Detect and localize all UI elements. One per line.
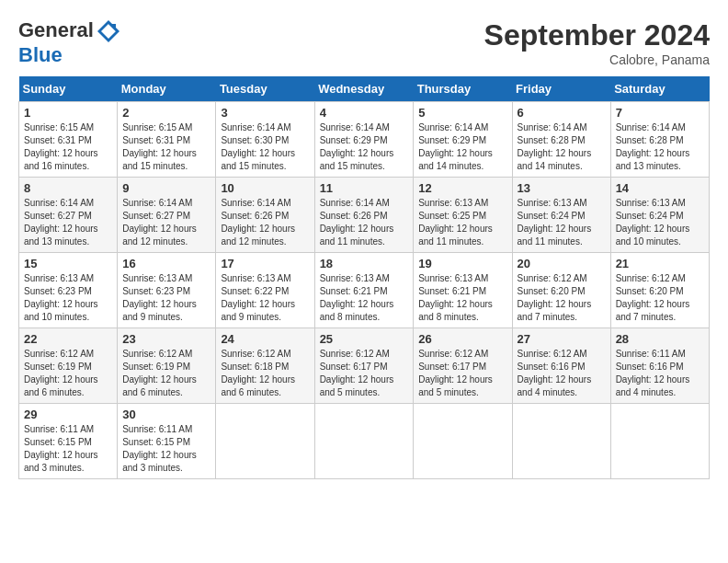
logo-blue: Blue <box>18 44 123 66</box>
calendar-cell: 2 Sunrise: 6:15 AM Sunset: 6:31 PM Dayli… <box>118 102 216 178</box>
day-header-friday: Friday <box>512 76 610 102</box>
day-info: Sunrise: 6:13 AM Sunset: 6:22 PM Dayligh… <box>221 272 309 324</box>
day-info: Sunrise: 6:12 AM Sunset: 6:17 PM Dayligh… <box>418 348 506 399</box>
day-number: 23 <box>122 332 210 346</box>
day-info: Sunrise: 6:14 AM Sunset: 6:26 PM Dayligh… <box>320 197 409 248</box>
day-info: Sunrise: 6:13 AM Sunset: 6:21 PM Dayligh… <box>418 272 506 324</box>
calendar-cell: 6 Sunrise: 6:14 AM Sunset: 6:28 PM Dayli… <box>512 102 610 178</box>
day-info: Sunrise: 6:13 AM Sunset: 6:21 PM Dayligh… <box>320 272 409 324</box>
logo: General Blue <box>18 18 123 66</box>
day-info: Sunrise: 6:12 AM Sunset: 6:20 PM Dayligh… <box>616 272 704 324</box>
day-info: Sunrise: 6:15 AM Sunset: 6:31 PM Dayligh… <box>122 121 210 173</box>
calendar-cell: 29 Sunrise: 6:11 AM Sunset: 6:15 PM Dayl… <box>19 404 118 479</box>
day-number: 16 <box>122 257 210 270</box>
day-number: 21 <box>616 257 704 270</box>
day-number: 12 <box>418 181 506 195</box>
calendar-cell: 17 Sunrise: 6:13 AM Sunset: 6:22 PM Dayl… <box>216 253 314 328</box>
calendar-cell <box>314 404 414 479</box>
day-info: Sunrise: 6:14 AM Sunset: 6:29 PM Dayligh… <box>418 121 506 173</box>
calendar-cell: 14 Sunrise: 6:13 AM Sunset: 6:24 PM Dayl… <box>610 178 709 253</box>
day-number: 20 <box>518 257 606 270</box>
calendar-week-3: 15 Sunrise: 6:13 AM Sunset: 6:23 PM Dayl… <box>19 253 710 328</box>
calendar-cell: 26 Sunrise: 6:12 AM Sunset: 6:17 PM Dayl… <box>414 328 512 404</box>
day-number: 6 <box>518 106 606 120</box>
day-header-tuesday: Tuesday <box>216 76 314 102</box>
calendar-table: SundayMondayTuesdayWednesdayThursdayFrid… <box>18 76 710 479</box>
day-info: Sunrise: 6:12 AM Sunset: 6:18 PM Dayligh… <box>221 348 309 399</box>
calendar-week-1: 1 Sunrise: 6:15 AM Sunset: 6:31 PM Dayli… <box>19 102 710 178</box>
day-info: Sunrise: 6:14 AM Sunset: 6:26 PM Dayligh… <box>221 197 309 248</box>
day-info: Sunrise: 6:11 AM Sunset: 6:15 PM Dayligh… <box>24 423 112 475</box>
location-subtitle: Calobre, Panama <box>484 52 710 67</box>
calendar-cell: 27 Sunrise: 6:12 AM Sunset: 6:16 PM Dayl… <box>512 328 610 404</box>
day-info: Sunrise: 6:13 AM Sunset: 6:23 PM Dayligh… <box>24 272 112 324</box>
day-number: 15 <box>24 257 112 270</box>
calendar-cell <box>512 404 610 479</box>
day-info: Sunrise: 6:12 AM Sunset: 6:16 PM Dayligh… <box>518 348 606 399</box>
calendar-cell: 5 Sunrise: 6:14 AM Sunset: 6:29 PM Dayli… <box>414 102 512 178</box>
day-info: Sunrise: 6:12 AM Sunset: 6:19 PM Dayligh… <box>24 348 112 399</box>
calendar-week-4: 22 Sunrise: 6:12 AM Sunset: 6:19 PM Dayl… <box>19 328 710 404</box>
day-number: 25 <box>320 332 409 346</box>
calendar-cell: 9 Sunrise: 6:14 AM Sunset: 6:27 PM Dayli… <box>118 178 216 253</box>
calendar-cell: 4 Sunrise: 6:14 AM Sunset: 6:29 PM Dayli… <box>314 102 414 178</box>
calendar-cell: 12 Sunrise: 6:13 AM Sunset: 6:25 PM Dayl… <box>414 178 512 253</box>
day-info: Sunrise: 6:14 AM Sunset: 6:29 PM Dayligh… <box>320 121 409 173</box>
logo-general: General <box>18 18 94 41</box>
day-info: Sunrise: 6:14 AM Sunset: 6:27 PM Dayligh… <box>122 197 210 248</box>
day-info: Sunrise: 6:12 AM Sunset: 6:17 PM Dayligh… <box>320 348 409 399</box>
calendar-cell: 30 Sunrise: 6:11 AM Sunset: 6:15 PM Dayl… <box>118 404 216 479</box>
day-number: 18 <box>320 257 409 270</box>
calendar-cell <box>216 404 314 479</box>
calendar-cell: 20 Sunrise: 6:12 AM Sunset: 6:20 PM Dayl… <box>512 253 610 328</box>
calendar-week-2: 8 Sunrise: 6:14 AM Sunset: 6:27 PM Dayli… <box>19 178 710 253</box>
day-number: 5 <box>418 106 506 120</box>
day-info: Sunrise: 6:14 AM Sunset: 6:30 PM Dayligh… <box>221 121 309 173</box>
day-number: 9 <box>122 181 210 195</box>
day-number: 19 <box>418 257 506 270</box>
day-number: 8 <box>24 181 112 195</box>
calendar-cell: 16 Sunrise: 6:13 AM Sunset: 6:23 PM Dayl… <box>118 253 216 328</box>
calendar-cell: 23 Sunrise: 6:12 AM Sunset: 6:19 PM Dayl… <box>118 328 216 404</box>
month-title: September 2024 <box>484 18 710 52</box>
day-number: 10 <box>221 181 309 195</box>
calendar-cell: 13 Sunrise: 6:13 AM Sunset: 6:24 PM Dayl… <box>512 178 610 253</box>
day-number: 28 <box>616 332 704 346</box>
day-number: 22 <box>24 332 112 346</box>
day-info: Sunrise: 6:12 AM Sunset: 6:20 PM Dayligh… <box>518 272 606 324</box>
day-info: Sunrise: 6:15 AM Sunset: 6:31 PM Dayligh… <box>24 121 112 173</box>
calendar-cell: 15 Sunrise: 6:13 AM Sunset: 6:23 PM Dayl… <box>19 253 118 328</box>
calendar-cell: 24 Sunrise: 6:12 AM Sunset: 6:18 PM Dayl… <box>216 328 314 404</box>
day-header-monday: Monday <box>118 76 216 102</box>
day-number: 27 <box>518 332 606 346</box>
page-header: General Blue September 2024 Calobre, Pan… <box>18 18 710 67</box>
calendar-cell: 25 Sunrise: 6:12 AM Sunset: 6:17 PM Dayl… <box>314 328 414 404</box>
calendar-cell: 1 Sunrise: 6:15 AM Sunset: 6:31 PM Dayli… <box>19 102 118 178</box>
day-number: 17 <box>221 257 309 270</box>
day-header-thursday: Thursday <box>414 76 512 102</box>
day-number: 26 <box>418 332 506 346</box>
calendar-cell: 19 Sunrise: 6:13 AM Sunset: 6:21 PM Dayl… <box>414 253 512 328</box>
day-header-wednesday: Wednesday <box>314 76 414 102</box>
calendar-cell: 28 Sunrise: 6:11 AM Sunset: 6:16 PM Dayl… <box>610 328 709 404</box>
day-number: 1 <box>24 106 112 120</box>
day-info: Sunrise: 6:13 AM Sunset: 6:23 PM Dayligh… <box>122 272 210 324</box>
day-number: 30 <box>122 408 210 421</box>
calendar-cell <box>414 404 512 479</box>
calendar-cell: 10 Sunrise: 6:14 AM Sunset: 6:26 PM Dayl… <box>216 178 314 253</box>
day-info: Sunrise: 6:14 AM Sunset: 6:27 PM Dayligh… <box>24 197 112 248</box>
calendar-week-5: 29 Sunrise: 6:11 AM Sunset: 6:15 PM Dayl… <box>19 404 710 479</box>
day-number: 4 <box>320 106 409 120</box>
day-header-sunday: Sunday <box>19 76 118 102</box>
calendar-cell: 3 Sunrise: 6:14 AM Sunset: 6:30 PM Dayli… <box>216 102 314 178</box>
calendar-cell: 11 Sunrise: 6:14 AM Sunset: 6:26 PM Dayl… <box>314 178 414 253</box>
calendar-cell: 22 Sunrise: 6:12 AM Sunset: 6:19 PM Dayl… <box>19 328 118 404</box>
day-number: 13 <box>518 181 606 195</box>
day-info: Sunrise: 6:13 AM Sunset: 6:25 PM Dayligh… <box>418 197 506 248</box>
day-number: 11 <box>320 181 409 195</box>
calendar-cell: 18 Sunrise: 6:13 AM Sunset: 6:21 PM Dayl… <box>314 253 414 328</box>
calendar-cell <box>610 404 709 479</box>
day-info: Sunrise: 6:14 AM Sunset: 6:28 PM Dayligh… <box>616 121 704 173</box>
day-number: 7 <box>616 106 704 120</box>
day-number: 2 <box>122 106 210 120</box>
